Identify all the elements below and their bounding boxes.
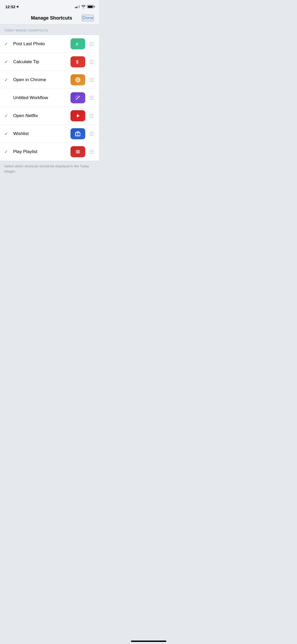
item-icon-play-playlist [70, 146, 85, 157]
item-label: Post Last Photo [12, 41, 70, 47]
footer-note-text: Select which shortcuts should be display… [4, 164, 89, 173]
svg-rect-9 [76, 151, 80, 152]
drag-handle[interactable] [88, 132, 95, 136]
signal-icon [75, 5, 80, 8]
drag-handle[interactable] [88, 114, 95, 118]
checkmark-icon: ✓ [4, 77, 12, 83]
checkmark-icon: ✓ [4, 59, 12, 65]
svg-rect-10 [76, 153, 80, 153]
svg-text:#: # [76, 42, 78, 46]
item-icon-open-in-chrome [70, 74, 85, 85]
svg-marker-0 [16, 5, 19, 8]
done-button[interactable]: Done [82, 15, 94, 21]
item-icon-untitled-workflow [70, 92, 85, 103]
status-bar: 12:52 [0, 0, 99, 12]
item-icon-wishlist [70, 128, 85, 139]
drag-handle[interactable] [88, 42, 95, 46]
checkmark-icon: ✓ [4, 113, 12, 119]
checkmark-icon: ✓ [4, 149, 12, 155]
list-item[interactable]: ✓ Untitled Workflow [0, 89, 99, 107]
list-item[interactable]: ✓ Open Netflix [0, 107, 99, 125]
list-item[interactable]: ✓ Calculate Tip $ [0, 53, 99, 71]
battery-icon [87, 5, 94, 8]
footer-note: Select which shortcuts should be display… [0, 161, 99, 178]
page-title: Manage Shortcuts [31, 15, 72, 21]
nav-header: Manage Shortcuts Done [0, 12, 99, 25]
drag-handle[interactable] [88, 150, 95, 154]
location-icon [16, 5, 19, 8]
checkmark-icon: ✓ [4, 131, 12, 137]
item-label: Calculate Tip [12, 59, 70, 65]
item-icon-post-last-photo: # [70, 38, 85, 49]
list-item[interactable]: ✓ Post Last Photo # [0, 35, 99, 53]
item-label: Play Playlist [12, 149, 70, 154]
drag-handle[interactable] [88, 60, 95, 64]
item-label: Untitled Workflow [12, 95, 70, 100]
list-item[interactable]: ✓ Play Playlist [0, 143, 99, 161]
item-icon-calculate-tip: $ [70, 56, 85, 67]
drag-handle[interactable] [88, 78, 95, 82]
list-item[interactable]: ✓ Open in Chrome [0, 71, 99, 89]
list-item[interactable]: ✓ Wishlist [0, 125, 99, 143]
status-icons [75, 5, 94, 8]
item-label: Open Netflix [12, 113, 70, 118]
svg-rect-8 [76, 150, 80, 151]
wifi-icon [81, 5, 86, 8]
item-icon-open-netflix [70, 110, 85, 121]
drag-handle[interactable] [88, 96, 95, 100]
checkmark-icon: ✓ [4, 41, 12, 47]
shortcuts-list: ✓ Post Last Photo # ✓ Calculate Tip $ ✓ … [0, 35, 99, 161]
checkmark-placeholder: ✓ [4, 95, 12, 101]
svg-marker-7 [77, 114, 79, 117]
section-header: TODAY WIDGET SHORTCUTS [0, 25, 99, 35]
svg-text:$: $ [76, 59, 79, 64]
status-time: 12:52 [5, 4, 19, 9]
item-label: Open in Chrome [12, 77, 70, 82]
section-header-text: TODAY WIDGET SHORTCUTS [4, 29, 48, 32]
item-label: Wishlist [12, 131, 70, 136]
